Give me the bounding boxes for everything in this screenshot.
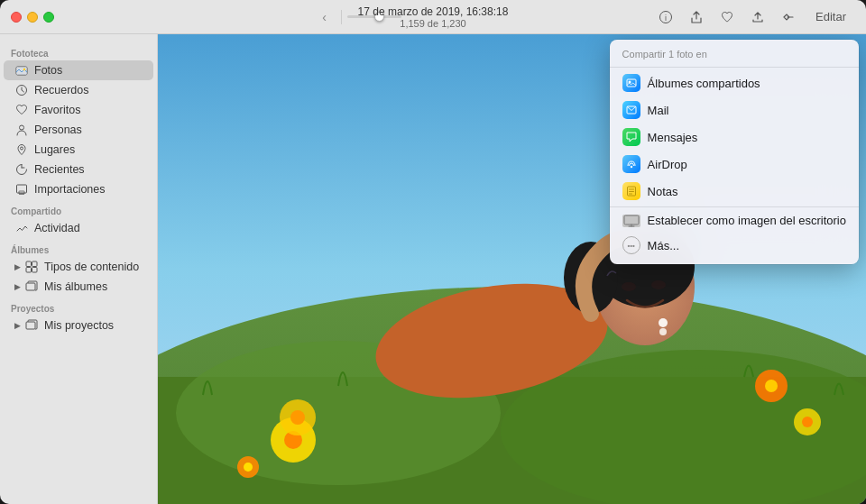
personas-icon — [14, 123, 29, 137]
edit-button[interactable]: Editar — [806, 8, 855, 25]
sidebar-item-importaciones[interactable]: Importaciones — [4, 179, 153, 199]
share-menu-separator — [610, 67, 859, 68]
sidebar-item-personas[interactable]: Personas — [4, 120, 153, 140]
sidebar-item-fotos[interactable]: Fotos — [4, 60, 153, 80]
mis-proyectos-label: Mis proyectos — [44, 319, 114, 332]
svg-text:i: i — [665, 14, 667, 23]
share-menu-item-messages[interactable]: Mensajes — [610, 124, 859, 151]
lugares-label: Lugares — [34, 143, 75, 156]
traffic-lights — [11, 12, 54, 23]
minimize-button[interactable] — [27, 12, 38, 23]
tipos-contenido-label: Tipos de contenido — [44, 261, 139, 273]
importaciones-icon — [14, 182, 29, 197]
fotos-label: Fotos — [34, 64, 62, 77]
share-menu-item-shared-albums[interactable]: Álbumes compartidos — [610, 69, 859, 96]
share-menu-item-more[interactable]: ••• Más... — [610, 232, 859, 259]
tools-icon — [782, 11, 795, 23]
set-desktop-label: Establecer como imagen del escritorio — [648, 214, 846, 227]
back-button[interactable]: ‹ — [314, 7, 336, 27]
svg-rect-14 — [26, 283, 35, 290]
titlebar-right: i Edit — [653, 7, 855, 27]
titlebar: ‹ 17 de marzo de 2019, 16:38:18 1,159 de… — [0, 0, 866, 34]
tipos-icon — [24, 260, 39, 274]
desktop-icon — [622, 215, 640, 227]
heart-icon — [721, 11, 733, 23]
sidebar-section-albums: Álbumes — [0, 238, 157, 257]
share-icon — [690, 11, 703, 23]
favoritos-icon — [14, 103, 29, 117]
titlebar-center: 17 de marzo de 2019, 16:38:18 1,159 de 1… — [358, 5, 509, 29]
actividad-label: Actividad — [34, 222, 80, 234]
share-menu-item-set-desktop[interactable]: Establecer como imagen del escritorio — [610, 209, 859, 232]
favoritos-label: Favoritos — [34, 104, 80, 116]
more-icon: ••• — [622, 236, 640, 254]
nav-separator — [341, 10, 342, 24]
mis-albums-label: Mis álbumes — [44, 280, 107, 293]
recuerdos-icon — [14, 83, 29, 97]
importaciones-label: Importaciones — [34, 183, 106, 196]
tools-button[interactable] — [776, 7, 801, 27]
svg-rect-15 — [26, 322, 35, 329]
albums-icon — [24, 279, 39, 294]
more-label: Más... — [648, 239, 679, 252]
airdrop-icon — [622, 155, 640, 173]
svg-rect-43 — [627, 187, 635, 196]
photo-count: 1,159 de 1,230 — [358, 18, 509, 29]
main-content: Fototeca Fotos — [0, 34, 866, 504]
share-menu-item-notes[interactable]: Notas — [610, 178, 859, 205]
svg-rect-12 — [26, 268, 32, 273]
share-menu-item-airdrop[interactable]: AirDrop — [610, 151, 859, 178]
messages-icon — [622, 128, 640, 146]
shared-albums-icon — [622, 74, 640, 92]
photo-date: 17 de marzo de 2019, 16:38:18 — [358, 5, 509, 18]
svg-rect-11 — [32, 261, 38, 267]
upload-icon — [751, 11, 764, 23]
svg-rect-10 — [26, 261, 32, 267]
notes-label: Notas — [648, 185, 678, 198]
svg-point-25 — [622, 282, 636, 291]
sidebar-section-fototeca: Fototeca — [0, 41, 157, 60]
proyectos-icon — [24, 318, 39, 333]
sidebar: Fototeca Fotos — [0, 34, 158, 504]
chevron-tipos-icon: ▶ — [14, 262, 21, 271]
upload-button[interactable] — [745, 7, 770, 27]
mail-label: Mail — [648, 104, 669, 117]
share-menu-title: Compartir 1 foto en — [610, 45, 859, 65]
sidebar-section-proyectos: Proyectos — [0, 297, 157, 316]
favorite-button[interactable] — [714, 7, 740, 27]
svg-point-37 — [659, 318, 668, 327]
sidebar-item-favoritos[interactable]: Favoritos — [4, 100, 153, 120]
sidebar-item-lugares[interactable]: Lugares — [4, 140, 153, 160]
sidebar-item-actividad[interactable]: Actividad — [4, 218, 153, 238]
airdrop-label: AirDrop — [648, 158, 687, 171]
svg-point-34 — [802, 417, 813, 427]
actividad-icon — [14, 221, 29, 235]
svg-point-7 — [21, 147, 23, 150]
app-window: ‹ 17 de marzo de 2019, 16:38:18 1,159 de… — [0, 0, 866, 504]
info-button[interactable]: i — [653, 7, 678, 27]
svg-rect-39 — [627, 79, 636, 87]
shared-albums-label: Álbumes compartidos — [648, 77, 760, 90]
lugares-icon — [14, 142, 29, 157]
chevron-albums-icon: ▶ — [14, 282, 21, 291]
svg-point-6 — [20, 125, 24, 130]
svg-point-38 — [659, 328, 667, 335]
maximize-button[interactable] — [43, 12, 54, 23]
close-button[interactable] — [11, 12, 22, 23]
sidebar-group-mis-proyectos[interactable]: ▶ Mis proyectos — [4, 316, 153, 335]
sidebar-group-mis-albums[interactable]: ▶ Mis álbumes — [4, 277, 153, 297]
svg-point-42 — [630, 166, 631, 168]
share-menu-item-mail[interactable]: Mail — [610, 96, 859, 124]
fotos-icon — [14, 63, 29, 78]
svg-point-32 — [765, 380, 778, 392]
sidebar-group-tipos-contenido[interactable]: ▶ Tipos de contenido — [4, 257, 153, 277]
sidebar-item-recuerdos[interactable]: Recuerdos — [4, 80, 153, 100]
personas-label: Personas — [34, 124, 82, 136]
svg-point-36 — [244, 463, 253, 472]
svg-rect-8 — [17, 185, 27, 193]
svg-rect-44 — [624, 215, 639, 225]
svg-point-26 — [651, 280, 666, 289]
share-button[interactable] — [684, 7, 709, 27]
notes-icon — [622, 182, 640, 200]
sidebar-item-recientes[interactable]: Recientes — [4, 160, 153, 179]
